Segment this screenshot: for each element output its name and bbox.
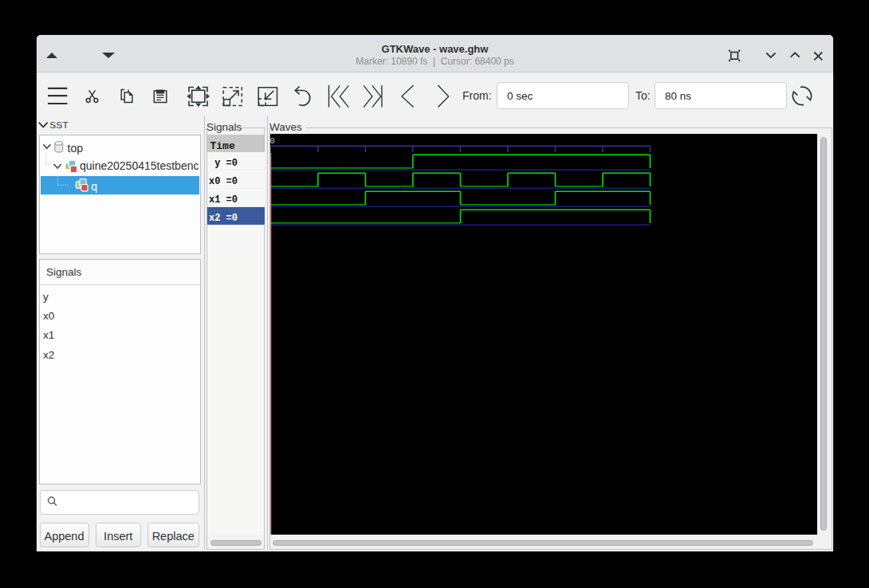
svg-text:0: 0	[270, 136, 275, 146]
